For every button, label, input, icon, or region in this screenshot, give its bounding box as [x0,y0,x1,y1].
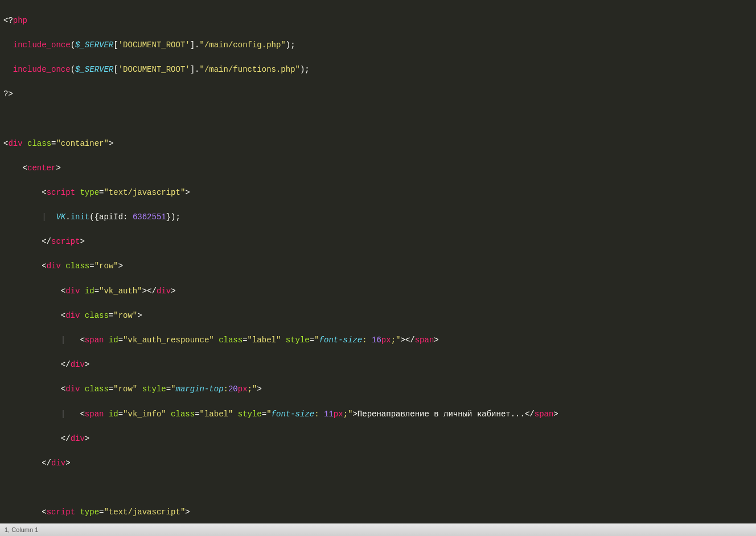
code-line: | VK.init({apiId: 6362551}); [3,211,756,224]
code-line: <div class="row"> [3,260,756,273]
code-line: include_once($_SERVER['DOCUMENT_ROOT']."… [3,64,756,76]
code-line: </div> [3,433,756,445]
code-line: </script> [3,236,756,248]
code-line: </div> [3,457,756,470]
code-line: <div class="row" style="margin-top:20px;… [3,383,756,396]
code-line [3,482,756,494]
code-editor[interactable]: <?php include_once($_SERVER['DOCUMENT_RO… [0,0,756,536]
code-line: | <span id="vk_auth_respounce" class="la… [3,334,756,347]
code-line: </div> [3,359,756,371]
code-line: <div id="vk_auth"></div> [3,285,756,298]
cursor-position: 1, Column 1 [5,526,38,533]
code-line: <?php [3,15,756,27]
status-bar: 1, Column 1 [0,523,756,536]
code-line [3,113,756,125]
code-line: | <span id="vk_info" class="label" style… [3,408,756,421]
code-line: <div class="row"> [3,310,756,322]
code-line: <center> [3,162,756,175]
code-line: <div class="container"> [3,138,756,150]
code-line: ?> [3,88,756,101]
code-line: <script type="text/javascript"> [3,187,756,199]
code-line: include_once($_SERVER['DOCUMENT_ROOT']."… [3,39,756,52]
code-line: <script type="text/javascript"> [3,506,756,519]
